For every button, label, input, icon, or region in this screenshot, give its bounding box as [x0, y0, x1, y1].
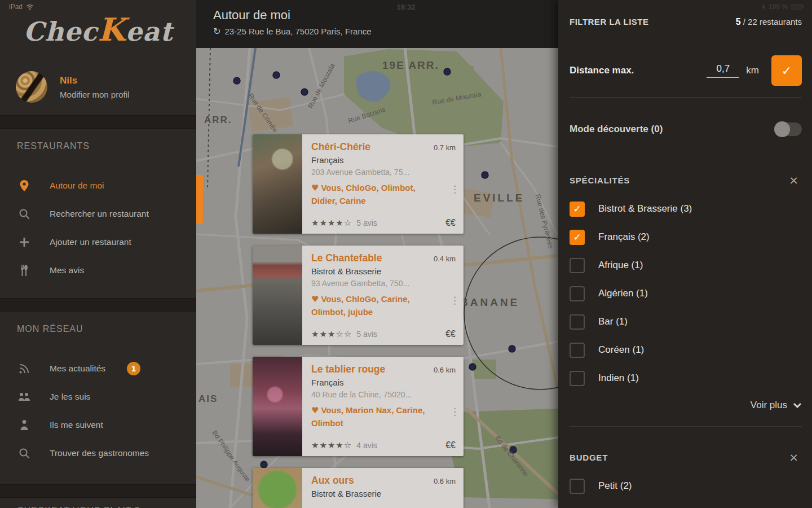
- sidebar-item-trouver-gastronomes[interactable]: Trouver des gastronomes: [0, 439, 196, 467]
- sidebar-item-ajouter[interactable]: Ajouter un restaurant: [0, 228, 196, 256]
- checkbox-icon[interactable]: [570, 286, 585, 301]
- card-body: Aux ours0.6 km Bistrot & Brasserie: [302, 468, 464, 508]
- filter-option-francais[interactable]: Français (2): [570, 223, 802, 251]
- section-title-network: MON RÉSEAU: [17, 324, 196, 339]
- count-total: / 22 restaurants: [741, 17, 802, 27]
- distance-input[interactable]: [707, 63, 739, 78]
- toggle-knob: [774, 121, 790, 137]
- review-count: 5 avis: [356, 330, 377, 339]
- checkbox-checked-icon[interactable]: [570, 230, 585, 245]
- restaurant-photo: [253, 246, 302, 345]
- checkbox-icon[interactable]: [570, 343, 585, 358]
- card-body: Chéri-Chérie0.7 km Français 203 Avenue G…: [302, 134, 464, 234]
- restaurant-name: Le Chantefable: [311, 252, 429, 264]
- map-header: Autour de moi ↻ 23-25 Rue le Bua, 75020 …: [196, 0, 558, 48]
- sidebar-item-je-les-suis[interactable]: Je les suis: [0, 383, 196, 411]
- sidebar-item-label: Je les suis: [50, 392, 90, 402]
- restaurant-photo: [253, 468, 302, 508]
- restaurant-list: Chéri-Chérie0.7 km Français 203 Avenue G…: [253, 134, 464, 508]
- sidebar-item-label: Rechercher un restaurant: [50, 209, 149, 219]
- sidebar-section-network: MON RÉSEAU Mes actualités 1 Je les suis: [0, 312, 196, 484]
- more-menu-icon[interactable]: ⋮: [450, 297, 458, 304]
- restaurant-likes: ♥Vous, ChloGo, Carine, Olimbot, jujube: [311, 293, 434, 318]
- restaurant-distance: 0.4 km: [434, 255, 456, 263]
- filter-option-label: Petit (2): [598, 480, 632, 492]
- likes-names: Vous, ChloGo, Carine, Olimbot, jujube: [311, 294, 410, 317]
- filter-option-afrique[interactable]: Afrique (1): [570, 251, 802, 279]
- person-icon: [17, 418, 32, 432]
- app-root: ChecKeat Nils Modifier mon profil RESTAU…: [0, 0, 812, 508]
- star-rating: ★★★★☆: [311, 218, 352, 228]
- people-group-icon: [17, 389, 32, 404]
- likes-names: Vous, Marion Nax, Carine, Olimbot: [311, 405, 425, 428]
- restaurant-card[interactable]: Le tablier rouge0.6 km Français 40 Rue d…: [253, 357, 464, 456]
- checkbox-icon[interactable]: [570, 371, 585, 386]
- sidebar-item-ils-me-suivent[interactable]: Ils me suivent: [0, 411, 196, 439]
- card-body: Le Chantefable0.4 km Bistrot & Brasserie…: [302, 246, 464, 345]
- see-more-button[interactable]: Voir plus: [570, 396, 802, 415]
- close-icon[interactable]: ×: [785, 450, 802, 464]
- map[interactable]: 19E ARR. ARR. EVILLE BANANE AIS Rue de M…: [196, 48, 558, 508]
- apply-distance-button[interactable]: [771, 55, 802, 86]
- sidebar-divider: [0, 484, 196, 498]
- map-pin-icon: [17, 178, 32, 193]
- profile-row[interactable]: Nils Modifier mon profil: [0, 59, 196, 115]
- checkbox-icon[interactable]: [570, 314, 585, 330]
- likes-names: Vous, ChloGo, Olimbot, Didier, Carine: [311, 183, 416, 205]
- restaurant-cuisine: Bistrot & Brasserie: [311, 266, 456, 276]
- avatar[interactable]: [16, 71, 47, 103]
- filter-option-coreen[interactable]: Coréen (1): [570, 336, 802, 364]
- filter-option-petit[interactable]: Petit (2): [570, 472, 802, 500]
- restaurant-cuisine: Français: [311, 378, 456, 387]
- filter-option-bar[interactable]: Bar (1): [570, 308, 802, 336]
- filter-option-algerien[interactable]: Algérien (1): [570, 279, 802, 308]
- filter-option-bistrot[interactable]: Bistrot & Brasserie (3): [570, 195, 802, 223]
- restaurant-address: 40 Rue de la Chine, 75020...: [311, 390, 456, 399]
- discovery-mode-toggle[interactable]: [776, 122, 802, 136]
- checkbox-checked-icon[interactable]: [570, 202, 585, 217]
- sidebar: ChecKeat Nils Modifier mon profil RESTAU…: [0, 0, 196, 508]
- profile-name: Nils: [60, 75, 129, 86]
- filter-panel: FILTRER LA LISTE 5 / 22 restaurants Dist…: [558, 0, 812, 508]
- budget-title: BUDGET: [570, 453, 608, 462]
- price-level: €€: [445, 440, 456, 450]
- sidebar-item-mes-avis[interactable]: Mes avis: [0, 256, 196, 284]
- refresh-icon[interactable]: ↻: [213, 26, 220, 37]
- close-icon[interactable]: ×: [785, 173, 802, 187]
- restaurant-distance: 0.6 km: [434, 477, 456, 485]
- more-menu-icon[interactable]: ⋮: [450, 409, 458, 415]
- logo-k: K: [98, 11, 126, 48]
- specialties-title: SPÉCIALITÉS: [570, 176, 630, 185]
- edit-profile-link[interactable]: Modifier mon profil: [60, 90, 129, 99]
- address-text: 23-25 Rue le Bua, 75020 Paris, France: [224, 27, 371, 36]
- sidebar-item-rechercher[interactable]: Rechercher un restaurant: [0, 200, 196, 228]
- search-icon: [17, 446, 32, 461]
- restaurant-card[interactable]: Aux ours0.6 km Bistrot & Brasserie ⋮: [253, 468, 464, 508]
- rss-icon: [17, 361, 32, 376]
- checkbox-icon[interactable]: [570, 479, 585, 494]
- restaurant-address: 93 Avenue Gambetta, 750...: [311, 279, 456, 288]
- more-menu-icon[interactable]: ⋮: [450, 186, 458, 192]
- search-icon: [17, 207, 32, 221]
- current-address: ↻ 23-25 Rue le Bua, 75020 Paris, France: [213, 26, 558, 37]
- drawer-handle[interactable]: [196, 175, 203, 224]
- card-body: Le tablier rouge0.6 km Français 40 Rue d…: [302, 357, 464, 456]
- see-more-label: Voir plus: [751, 400, 787, 411]
- restaurant-name: Le tablier rouge: [311, 364, 429, 375]
- page-title: Autour de moi: [213, 8, 558, 23]
- restaurant-distance: 0.7 km: [434, 143, 456, 152]
- logo-post: eat: [126, 16, 173, 47]
- sidebar-item-actualites[interactable]: Mes actualités 1: [0, 354, 196, 383]
- sidebar-section-restaurants: RESTAURANTS Autour de moi Rechercher un …: [0, 129, 196, 298]
- logo-text: ChecKeat: [24, 11, 173, 48]
- map-column: Autour de moi ↻ 23-25 Rue le Bua, 75020 …: [196, 0, 558, 508]
- logo-pre: Chec: [24, 16, 98, 47]
- restaurant-card[interactable]: Le Chantefable0.4 km Bistrot & Brasserie…: [253, 246, 464, 345]
- panel-divider: [570, 426, 802, 427]
- specialties-options: Bistrot & Brasserie (3) Français (2) Afr…: [570, 195, 802, 392]
- filter-option-indien[interactable]: Indien (1): [570, 364, 802, 392]
- restaurant-card[interactable]: Chéri-Chérie0.7 km Français 203 Avenue G…: [253, 134, 464, 234]
- checkbox-icon[interactable]: [570, 258, 585, 273]
- sidebar-item-label: Ils me suivent: [50, 420, 103, 430]
- sidebar-item-autour-de-moi[interactable]: Autour de moi: [0, 172, 196, 200]
